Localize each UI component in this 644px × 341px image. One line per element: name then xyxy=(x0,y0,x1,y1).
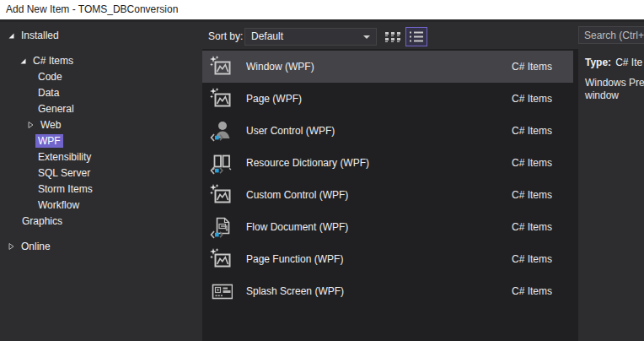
type-label: Type: xyxy=(585,57,611,68)
tree-item-storm-items[interactable]: Storm Items xyxy=(0,181,202,197)
tree-item-label: Online xyxy=(19,240,53,253)
tree-item-label: Installed xyxy=(19,29,62,42)
template-category: C# Items xyxy=(512,189,552,201)
tree-item-label-selected: WPF xyxy=(35,134,63,148)
template-category: C# Items xyxy=(512,285,552,297)
wpf-image-icon xyxy=(209,247,233,271)
category-tree: Installed C# Items Code Data General Web… xyxy=(0,22,202,341)
template-type-line: Type:C# Ite xyxy=(585,57,642,68)
list-view-icon xyxy=(410,31,423,42)
tree-item-label: Extensibility xyxy=(35,150,94,164)
user-control-icon xyxy=(209,119,233,143)
tree-item-label: Workflow xyxy=(35,198,82,212)
template-name: Splash Screen (WPF) xyxy=(246,285,512,297)
dialog-titlebar: Add New Item - TOMS_DBConversion xyxy=(0,0,644,19)
template-name: User Control (WPF) xyxy=(246,125,512,137)
tree-item-general[interactable]: General xyxy=(0,100,202,116)
small-icons-view-button[interactable] xyxy=(383,28,403,46)
tree-item-sql-server[interactable]: SQL Server xyxy=(0,165,202,181)
template-row-page-wpf[interactable]: Page (WPF) C# Items xyxy=(202,83,573,115)
template-row-flow-document-wpf[interactable]: Flow Document (WPF) C# Items xyxy=(202,211,573,243)
template-row-resource-dictionary-wpf[interactable]: Resource Dictionary (WPF) C# Items xyxy=(202,147,573,179)
tree-item-wpf[interactable]: WPF xyxy=(0,133,202,149)
resource-dictionary-icon xyxy=(209,151,233,175)
template-name: Custom Control (WPF) xyxy=(246,189,512,201)
tree-item-label: Graphics xyxy=(19,214,65,228)
template-name: Window (WPF) xyxy=(246,61,512,73)
splash-screen-icon xyxy=(209,279,233,303)
expanded-arrow-icon[interactable] xyxy=(7,31,15,40)
collapsed-chevron-icon[interactable] xyxy=(7,242,15,251)
tree-item-csharp-items[interactable]: C# Items xyxy=(0,52,202,68)
tree-item-data[interactable]: Data xyxy=(0,84,202,100)
dialog-title: Add New Item - TOMS_DBConversion xyxy=(6,3,178,15)
flow-document-icon xyxy=(209,215,233,239)
details-panel: Type:C# Ite Windows Pre window xyxy=(578,22,644,341)
template-category: C# Items xyxy=(512,61,552,73)
template-list: Window (WPF) C# Items Page (WPF) C# Item… xyxy=(202,49,578,341)
template-description-line-1: Windows Pre xyxy=(585,77,644,89)
tree-item-label: General xyxy=(35,102,77,116)
collapsed-chevron-icon[interactable] xyxy=(26,121,35,129)
sort-by-dropdown[interactable]: Default xyxy=(244,28,377,46)
template-category: C# Items xyxy=(512,125,552,137)
template-name: Page (WPF) xyxy=(246,93,512,105)
tree-item-web[interactable]: Web xyxy=(0,116,202,133)
template-category: C# Items xyxy=(512,253,552,265)
template-name: Resource Dictionary (WPF) xyxy=(246,157,512,169)
tree-item-label: C# Items xyxy=(30,54,76,68)
template-category: C# Items xyxy=(512,157,552,169)
list-view-button[interactable] xyxy=(405,27,427,46)
tree-item-graphics[interactable]: Graphics xyxy=(0,213,202,229)
tree-item-online[interactable]: Online xyxy=(0,238,202,254)
tree-item-label: Storm Items xyxy=(35,182,95,196)
tree-item-label: Web xyxy=(38,118,63,132)
sort-by-value: Default xyxy=(251,30,283,42)
template-name: Page Function (WPF) xyxy=(246,253,512,265)
template-category: C# Items xyxy=(512,221,552,233)
template-row-window-wpf[interactable]: Window (WPF) C# Items xyxy=(202,51,573,83)
sort-by-label: Sort by: xyxy=(208,28,243,46)
template-row-splash-screen-wpf[interactable]: Splash Screen (WPF) C# Items xyxy=(202,275,573,307)
chevron-down-icon xyxy=(363,35,370,39)
wpf-image-icon xyxy=(209,55,233,78)
tree-item-installed[interactable]: Installed xyxy=(0,27,202,43)
tree-item-label: Data xyxy=(35,86,62,100)
tree-item-label: SQL Server xyxy=(35,166,93,180)
template-row-custom-control-wpf[interactable]: Custom Control (WPF) C# Items xyxy=(202,179,573,211)
template-name: Flow Document (WPF) xyxy=(246,221,512,233)
template-category: C# Items xyxy=(512,93,552,105)
search-input[interactable] xyxy=(578,26,644,44)
expanded-arrow-icon[interactable] xyxy=(19,57,27,65)
tree-item-extensibility[interactable]: Extensibility xyxy=(0,149,202,165)
wpf-image-icon xyxy=(209,87,233,111)
template-row-page-function-wpf[interactable]: Page Function (WPF) C# Items xyxy=(202,243,573,275)
wpf-image-icon xyxy=(209,183,233,207)
type-value: C# Ite xyxy=(615,57,642,68)
template-description-line-2: window xyxy=(585,89,619,101)
tree-item-code[interactable]: Code xyxy=(0,68,202,84)
tree-item-workflow[interactable]: Workflow xyxy=(0,197,202,213)
small-icons-view-icon xyxy=(385,31,400,43)
tree-item-label: Code xyxy=(35,70,65,84)
template-row-user-control-wpf[interactable]: User Control (WPF) C# Items xyxy=(202,115,573,147)
